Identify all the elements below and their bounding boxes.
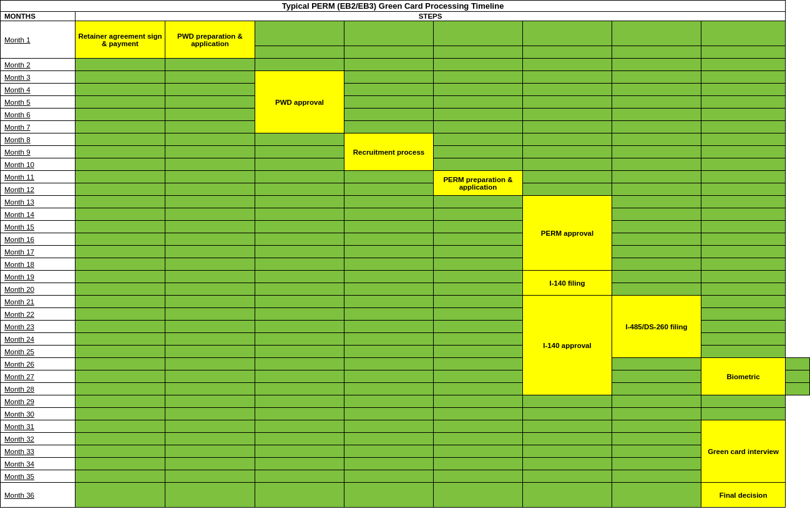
green-cell — [786, 383, 810, 395]
green-cell — [344, 408, 434, 420]
green-cell — [344, 208, 434, 221]
green-cell — [165, 321, 255, 333]
retainer-cell: Retainer agreement sign & payment — [76, 21, 165, 59]
green-cell — [701, 196, 786, 208]
month-label: Month 21 — [1, 296, 76, 308]
green-cell — [434, 483, 523, 508]
green-cell — [76, 408, 165, 420]
green-cell — [76, 146, 165, 158]
green-cell — [523, 483, 612, 508]
green-cell — [344, 59, 434, 71]
month-label: Month 35 — [1, 470, 76, 483]
green-cell — [76, 96, 165, 109]
green-cell — [344, 433, 434, 445]
green-cell — [255, 183, 344, 196]
green-cell — [612, 133, 701, 146]
month-label: Month 7 — [1, 121, 76, 133]
green-cell — [165, 183, 255, 196]
green-cell — [165, 258, 255, 271]
green-cell — [165, 346, 255, 358]
green-cell — [523, 121, 612, 133]
green-cell — [434, 408, 523, 420]
pwd-prep-cell: PWD preparation & application — [165, 21, 255, 59]
month-label: Month 28 — [1, 383, 76, 395]
green-cell — [255, 246, 344, 258]
green-cell — [165, 246, 255, 258]
green-cell — [165, 196, 255, 208]
green-cell — [612, 445, 701, 458]
table-row: Month 6 — [1, 109, 810, 121]
green-cell — [612, 408, 701, 420]
green-cell — [76, 246, 165, 258]
green-cell — [255, 271, 344, 283]
green-cell — [76, 271, 165, 283]
green-cell — [701, 408, 786, 420]
month-label: Month 23 — [1, 321, 76, 333]
green-cell — [165, 308, 255, 321]
green-cell — [255, 283, 344, 296]
month-label: Month 6 — [1, 109, 76, 121]
green-cell — [344, 445, 434, 458]
green-cell — [255, 395, 344, 408]
green-cell — [255, 146, 344, 158]
green-cell — [701, 96, 786, 109]
green-cell — [255, 383, 344, 395]
green-cell — [344, 321, 434, 333]
green-cell — [786, 370, 810, 383]
green-cell — [701, 158, 786, 171]
green-cell — [165, 358, 255, 370]
title-row: Typical PERM (EB2/EB3) Green Card Proces… — [1, 1, 810, 12]
month-label: Month 8 — [1, 133, 76, 146]
green-cell — [255, 308, 344, 321]
page-title: Typical PERM (EB2/EB3) Green Card Proces… — [1, 1, 786, 12]
i140-filing-cell: I-140 filing — [523, 271, 612, 296]
table-row: Month 33 — [1, 445, 810, 458]
green-cell — [165, 483, 255, 508]
table-row: Month 5 — [1, 96, 810, 109]
green-cell — [76, 445, 165, 458]
green-cell — [523, 21, 612, 46]
green-cell — [255, 346, 344, 358]
green-cell — [701, 71, 786, 84]
month-label: Month 5 — [1, 96, 76, 109]
green-cell — [165, 296, 255, 308]
green-cell — [612, 246, 701, 258]
green-cell — [255, 171, 344, 183]
green-cell — [344, 458, 434, 470]
green-cell — [344, 333, 434, 346]
green-cell — [612, 458, 701, 470]
green-cell — [434, 96, 523, 109]
green-cell — [701, 133, 786, 146]
green-cell — [612, 383, 701, 395]
green-cell — [434, 84, 523, 96]
green-cell — [612, 420, 701, 433]
green-cell — [76, 358, 165, 370]
green-cell — [255, 408, 344, 420]
green-cell — [434, 59, 523, 71]
green-cell — [255, 59, 344, 71]
month-label: Month 22 — [1, 308, 76, 321]
green-cell — [523, 109, 612, 121]
green-cell — [523, 445, 612, 458]
green-cell — [612, 395, 701, 408]
month-label: Month 24 — [1, 333, 76, 346]
green-cell — [255, 358, 344, 370]
month-label: Month 20 — [1, 283, 76, 296]
green-cell — [434, 46, 523, 59]
green-cell — [786, 358, 810, 370]
table-row: Month 26 Biometric — [1, 358, 810, 370]
green-cell — [344, 483, 434, 508]
green-cell — [434, 221, 523, 233]
green-cell — [165, 420, 255, 433]
green-cell — [434, 333, 523, 346]
green-cell — [344, 21, 434, 46]
green-cell — [612, 258, 701, 271]
green-cell — [344, 470, 434, 483]
green-cell — [612, 46, 701, 59]
green-cell — [434, 109, 523, 121]
green-cell — [612, 271, 701, 283]
green-cell — [523, 146, 612, 158]
green-cell — [701, 46, 786, 59]
green-cell — [612, 283, 701, 296]
green-cell — [612, 483, 701, 508]
